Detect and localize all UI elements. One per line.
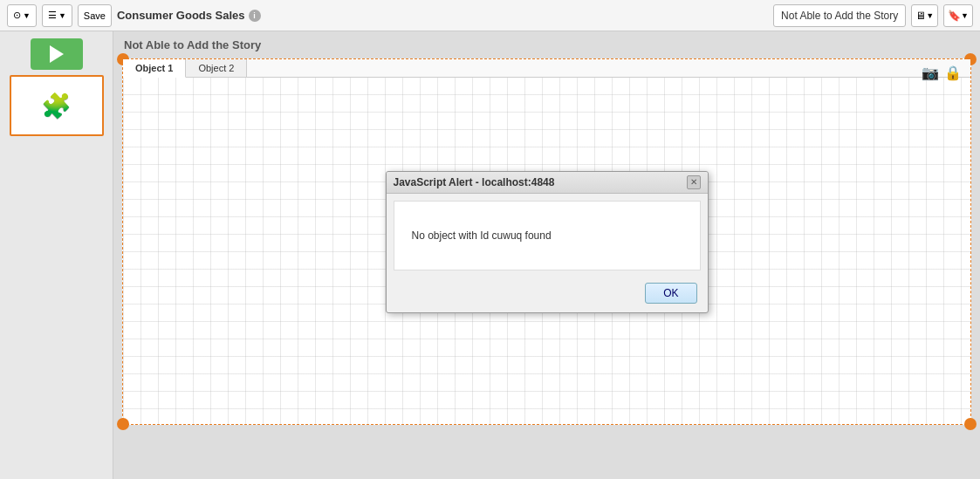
dialog-titlebar: JavaScript Alert - localhost:4848 ✕ — [387, 172, 708, 194]
dropdown-icon2: ▼ — [58, 11, 66, 20]
close-icon: ✕ — [690, 177, 697, 187]
info-icon[interactable]: i — [249, 10, 261, 22]
list-icon: ☰ — [48, 10, 57, 21]
dialog-title: JavaScript Alert - localhost:4848 — [394, 176, 555, 188]
dialog-body: No object with Id cuwuq found — [394, 201, 701, 270]
dropdown-icon: ▼ — [23, 11, 31, 20]
back-forward-btn[interactable]: ⊙ ▼ — [7, 4, 37, 27]
dialog-footer: OK — [387, 277, 708, 312]
bookmark-icon: 🔖 — [948, 10, 961, 22]
canvas-wrapper: Object 1 Object 2 📷 🔒 JavaScript Alert — [122, 58, 971, 470]
story-dropdown[interactable]: 🖥 ▼ — [911, 4, 938, 27]
toolbar-right: Not Able to Add the Story 🖥 ▼ 🔖 ▼ — [773, 4, 973, 27]
chevron-icon: ▼ — [926, 11, 934, 20]
puzzle-icon: 🧩 — [41, 92, 72, 120]
list-btn[interactable]: ☰ ▼ — [42, 4, 72, 27]
monitor-icon: 🖥 — [915, 10, 926, 22]
story-label: Not Able to Add the Story — [781, 10, 898, 22]
save-button[interactable]: Save — [78, 4, 112, 27]
bookmark-dropdown[interactable]: 🔖 ▼ — [943, 4, 973, 27]
app-title-area: Consumer Goods Sales i — [117, 9, 261, 22]
content-area: Not Able to Add the Story Object 1 Objec… — [113, 31, 980, 479]
dialog-overlay: JavaScript Alert - localhost:4848 ✕ No o… — [123, 59, 970, 424]
play-icon — [50, 45, 64, 63]
main-layout: 🧩 Not Able to Add the Story Object 1 — [0, 31, 980, 479]
dialog-message: No object with Id cuwuq found — [412, 229, 552, 242]
dialog-close-button[interactable]: ✕ — [687, 175, 701, 189]
alert-dialog: JavaScript Alert - localhost:4848 ✕ No o… — [386, 171, 709, 313]
chevron-icon2: ▼ — [961, 11, 969, 20]
play-button[interactable] — [31, 38, 83, 70]
app-title: Consumer Goods Sales — [117, 9, 245, 22]
canvas: Object 1 Object 2 📷 🔒 JavaScript Alert — [122, 58, 971, 425]
story-button[interactable]: Not Able to Add the Story — [773, 4, 906, 27]
dialog-ok-button[interactable]: OK — [645, 283, 696, 304]
toolbar: ⊙ ▼ ☰ ▼ Save Consumer Goods Sales i Not … — [0, 0, 980, 31]
content-header: Not Able to Add the Story — [113, 31, 980, 58]
slide-thumbnail[interactable]: 🧩 — [10, 75, 104, 136]
sidebar: 🧩 — [0, 31, 113, 479]
nav-icon: ⊙ — [13, 10, 21, 21]
